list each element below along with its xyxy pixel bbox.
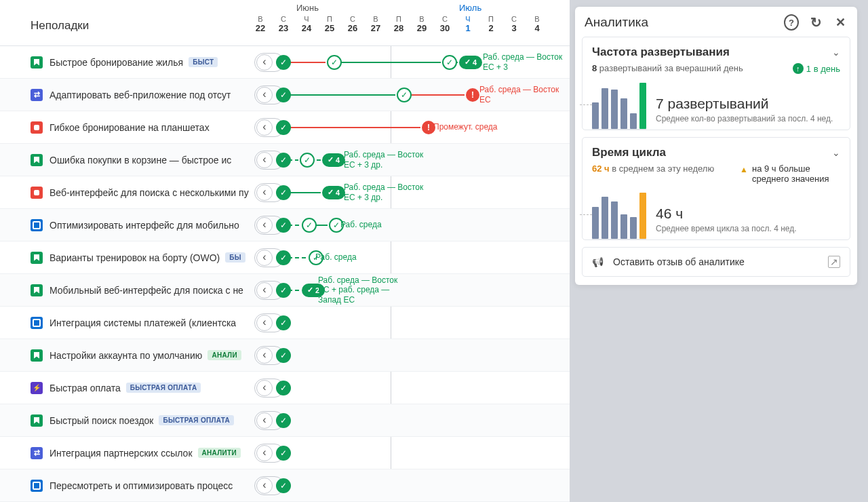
expand-chevron-icon[interactable] bbox=[256, 445, 273, 461]
expand-chevron-icon[interactable] bbox=[256, 152, 273, 168]
check-icon[interactable] bbox=[442, 55, 457, 70]
check-icon[interactable] bbox=[276, 413, 291, 428]
feedback-link[interactable]: Оставить отзыв об аналитике bbox=[582, 247, 850, 277]
count-badge[interactable]: 4 bbox=[459, 56, 482, 69]
timeline-cell[interactable] bbox=[249, 469, 570, 501]
timeline-cell[interactable]: Раб. среда bbox=[249, 242, 570, 273]
expand-chevron-icon[interactable] bbox=[256, 250, 273, 266]
expand-chevron-icon[interactable] bbox=[256, 412, 273, 429]
count-badge[interactable]: 4 bbox=[322, 153, 345, 167]
day-column[interactable]: В22 bbox=[249, 15, 272, 33]
timeline-cell[interactable]: 4Раб. среда — Восток ЕС + 3 bbox=[249, 46, 570, 78]
close-icon[interactable] bbox=[833, 15, 848, 30]
day-column[interactable]: П28 bbox=[387, 15, 410, 33]
table-row[interactable]: Интеграция партнерских ссылок АНАЛИТИ bbox=[0, 437, 570, 469]
check-icon[interactable] bbox=[276, 381, 291, 395]
environment-label: Раб. среда — Восток ЕС + 3 др. bbox=[344, 182, 425, 202]
table-row[interactable]: Мобильный веб-интерфейс для поиска с не … bbox=[0, 274, 570, 307]
metric-cycle-time[interactable]: Время цикла ⌄ 62 ч в среднем за эту неде… bbox=[582, 137, 850, 240]
day-column[interactable]: С30 bbox=[433, 15, 456, 33]
table-row[interactable]: Быстрая оплата БЫСТРАЯ ОПЛАТА bbox=[0, 372, 570, 404]
expand-chevron-icon[interactable] bbox=[256, 347, 273, 364]
table-row[interactable]: Веб-интерфейс для поиска с несколькими п… bbox=[0, 176, 570, 209]
column-header-name: Неполадки bbox=[0, 0, 249, 45]
table-row[interactable]: Пересмотреть и оптимизировать процесс bbox=[0, 469, 570, 502]
metric-deployment-frequency[interactable]: Частота развертывания ⌄ 8 развертываний … bbox=[582, 37, 850, 130]
timeline-cell[interactable]: 2Раб. среда — Восток ЕС + раб. среда — З… bbox=[249, 274, 570, 306]
expand-chevron-icon[interactable] bbox=[256, 478, 273, 494]
check-icon[interactable] bbox=[276, 446, 291, 461]
day-column[interactable]: Ч24 bbox=[295, 15, 318, 33]
check-icon[interactable] bbox=[276, 55, 291, 70]
chart-bar bbox=[620, 214, 627, 239]
table-row[interactable]: Гибкое бронирование на планшетах Промежу… bbox=[0, 111, 570, 144]
check-icon[interactable] bbox=[276, 218, 291, 233]
check-icon[interactable] bbox=[276, 185, 291, 200]
timeline-cell[interactable]: Раб. среда bbox=[249, 209, 570, 241]
expand-chevron-icon[interactable] bbox=[256, 217, 273, 233]
table-row[interactable]: Варианты тренировок на борту (OWO) БЫ Ра… bbox=[0, 242, 570, 274]
table-row[interactable]: Оптимизировать интерфейс для мобильно Ра… bbox=[0, 209, 570, 242]
count-badge[interactable]: 4 bbox=[322, 186, 345, 199]
expand-chevron-icon[interactable] bbox=[256, 380, 273, 396]
warning-icon[interactable] bbox=[466, 88, 479, 102]
chart-bar bbox=[630, 217, 637, 239]
timeline-cell[interactable]: 4Раб. среда — Восток ЕС + 3 др. bbox=[249, 176, 570, 208]
chart-bar bbox=[611, 90, 618, 129]
table-row[interactable]: Ошибка покупки в корзине — быстрое ис 4Р… bbox=[0, 144, 570, 176]
day-column[interactable]: П25 bbox=[318, 15, 341, 33]
day-column[interactable]: С3 bbox=[502, 15, 526, 33]
check-icon[interactable] bbox=[276, 88, 291, 102]
feedback-label: Оставить отзыв об аналитике bbox=[613, 256, 745, 267]
check-icon[interactable] bbox=[327, 55, 342, 70]
check-icon[interactable] bbox=[276, 283, 291, 298]
day-column[interactable]: В29 bbox=[410, 15, 433, 33]
expand-chevron-icon[interactable] bbox=[256, 54, 273, 71]
help-icon[interactable] bbox=[784, 15, 799, 30]
check-icon[interactable] bbox=[300, 153, 315, 168]
timeline-cell[interactable]: Промежут. среда bbox=[249, 111, 570, 143]
day-column[interactable]: С26 bbox=[341, 15, 364, 33]
metric-value: 46 ч bbox=[656, 206, 797, 222]
table-row[interactable]: Настройки аккаунта по умолчанию АНАЛИ bbox=[0, 339, 570, 372]
timeline-cell[interactable]: 4Раб. среда — Восток ЕС + 3 др. bbox=[249, 144, 570, 176]
day-column[interactable]: П2 bbox=[479, 15, 502, 33]
expand-chevron-icon[interactable] bbox=[256, 119, 273, 136]
timeline-cell[interactable] bbox=[249, 437, 570, 469]
chevron-down-icon[interactable]: ⌄ bbox=[832, 47, 840, 58]
table-row[interactable]: Быстрое бронирование жилья БЫСТ 4Раб. ср… bbox=[0, 46, 570, 79]
expand-chevron-icon[interactable] bbox=[256, 315, 273, 331]
check-icon[interactable] bbox=[276, 120, 291, 135]
table-row[interactable]: Адаптировать веб-приложение под отсут Ра… bbox=[0, 79, 570, 111]
check-icon[interactable] bbox=[276, 478, 291, 493]
day-column[interactable]: С23 bbox=[272, 15, 295, 33]
item-title: Оптимизировать интерфейс для мобильно bbox=[50, 220, 239, 231]
day-column[interactable]: В4 bbox=[526, 15, 549, 33]
check-icon[interactable] bbox=[276, 315, 291, 330]
timeline-cell[interactable] bbox=[249, 307, 570, 339]
type-icon bbox=[31, 252, 43, 264]
chevron-down-icon[interactable]: ⌄ bbox=[832, 147, 840, 158]
expand-chevron-icon[interactable] bbox=[256, 185, 273, 201]
timeline-cell[interactable]: Раб. среда — Восток ЕС bbox=[249, 79, 570, 111]
timeline-cell[interactable] bbox=[249, 339, 570, 371]
timeline-cell[interactable] bbox=[249, 404, 570, 436]
expand-chevron-icon[interactable] bbox=[256, 87, 273, 103]
day-column[interactable]: Ч1 bbox=[456, 15, 479, 33]
table-row[interactable]: Интеграция системы платежей (клиентска bbox=[0, 307, 570, 339]
metric-description: Среднее кол-во развертываний за посл. 4 … bbox=[656, 113, 833, 124]
rows-container[interactable]: Быстрое бронирование жилья БЫСТ 4Раб. ср… bbox=[0, 46, 570, 502]
megaphone-icon bbox=[592, 256, 604, 267]
check-icon[interactable] bbox=[276, 250, 291, 265]
check-icon[interactable] bbox=[276, 153, 291, 168]
type-icon bbox=[31, 187, 43, 199]
table-row[interactable]: Быстрый поиск поездок БЫСТРАЯ ОПЛАТА bbox=[0, 404, 570, 437]
timeline-cell[interactable] bbox=[249, 372, 570, 404]
day-column[interactable]: В27 bbox=[364, 15, 387, 33]
refresh-icon[interactable] bbox=[808, 15, 823, 30]
check-icon[interactable] bbox=[302, 218, 317, 233]
type-icon bbox=[31, 284, 43, 296]
check-icon[interactable] bbox=[397, 88, 412, 102]
expand-chevron-icon[interactable] bbox=[256, 282, 273, 298]
check-icon[interactable] bbox=[276, 348, 291, 363]
